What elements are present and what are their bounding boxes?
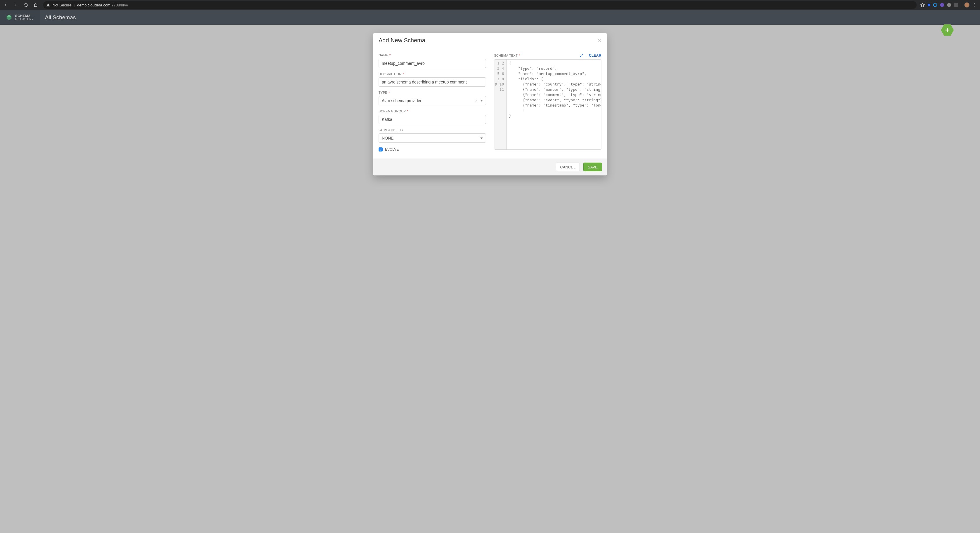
bookmark-star-icon[interactable] [920,3,925,7]
reload-button[interactable] [22,1,30,9]
brand-logo-icon [6,14,12,21]
extension-icon[interactable] [933,3,937,7]
schema-text-header: SCHEMA TEXT* | CLEAR [494,53,601,57]
add-schema-modal: Add New Schema ✕ NAME* DESCRIPTION* TYPE… [373,33,607,176]
extension-icon[interactable] [947,3,951,7]
close-icon[interactable]: ✕ [597,37,601,44]
chevron-down-icon [480,137,483,139]
modal-body: NAME* DESCRIPTION* TYPE* Avro schema pro… [373,48,607,158]
svg-point-1 [974,3,975,4]
code-gutter: 1 2 3 4 5 6 7 8 9 10 11 [495,59,507,150]
modal-header: Add New Schema ✕ [373,33,607,48]
expand-icon[interactable] [579,54,583,57]
modal-title: Add New Schema [379,37,425,44]
brand[interactable]: SCHEMA REGISTRY [0,10,40,25]
divider [961,2,961,8]
evolve-label: EVOLVE [385,147,399,152]
save-button[interactable]: SAVE [583,163,602,171]
security-warning-icon [46,3,50,7]
compatibility-selected-value: NONE [382,136,393,140]
extension-icon[interactable] [954,3,958,7]
description-input[interactable] [379,77,486,87]
type-selected-value: Avro schema provider [382,98,422,103]
description-label: DESCRIPTION* [379,72,486,76]
schema-text-label: SCHEMA TEXT* [494,54,520,57]
type-label: TYPE* [379,91,486,94]
browser-toolbar: Not Secure | demo.cloudera.com:7788/ui/#… [0,0,980,10]
forward-button[interactable] [12,1,20,9]
form-column: NAME* DESCRIPTION* TYPE* Avro schema pro… [379,53,486,152]
extension-icon[interactable] [940,3,944,7]
clear-button[interactable]: CLEAR [589,53,601,57]
svg-point-3 [974,6,975,6]
cancel-button[interactable]: CANCEL [556,163,580,171]
svg-marker-0 [921,3,924,7]
schema-group-input[interactable] [379,115,486,124]
back-button[interactable] [2,1,10,9]
add-schema-fab[interactable] [941,24,954,37]
compatibility-label: COMPATIBILITY [379,128,486,132]
extension-area [920,2,978,8]
extension-icon[interactable] [928,4,930,6]
type-select[interactable]: Avro schema provider × [379,96,486,105]
brand-text: SCHEMA REGISTRY [15,14,34,21]
schema-group-label: SCHEMA GROUP* [379,110,486,113]
kebab-menu-icon[interactable] [972,3,977,7]
evolve-row: EVOLVE [379,147,486,152]
modal-footer: CANCEL SAVE [373,158,607,176]
security-warning-text: Not Secure [52,3,72,7]
url-text: demo.cloudera.com:7788/ui/#/ [77,3,128,7]
schema-text-column: SCHEMA TEXT* | CLEAR 1 2 3 4 5 6 7 8 9 1… [494,53,601,152]
name-label: NAME* [379,53,486,57]
address-bar[interactable]: Not Secure | demo.cloudera.com:7788/ui/#… [43,1,917,9]
type-clear-icon[interactable]: × [475,99,477,103]
chevron-down-icon [480,100,483,102]
schema-text-editor[interactable]: 1 2 3 4 5 6 7 8 9 10 11 { "type": "recor… [494,59,601,150]
page-body: Add New Schema ✕ NAME* DESCRIPTION* TYPE… [0,25,980,533]
app-header: SCHEMA REGISTRY All Schemas [0,10,980,25]
separator: | [74,3,75,7]
compatibility-select[interactable]: NONE [379,133,486,143]
schema-text-actions: | CLEAR [579,53,601,57]
profile-avatar[interactable] [964,2,969,8]
separator: | [585,53,587,57]
evolve-checkbox[interactable] [379,147,383,152]
page-title: All Schemas [40,14,81,21]
code-content[interactable]: { "type": "record", "name": "meetup_comm… [507,59,601,150]
name-input[interactable] [379,59,486,68]
home-button[interactable] [32,1,40,9]
svg-point-2 [974,5,975,5]
